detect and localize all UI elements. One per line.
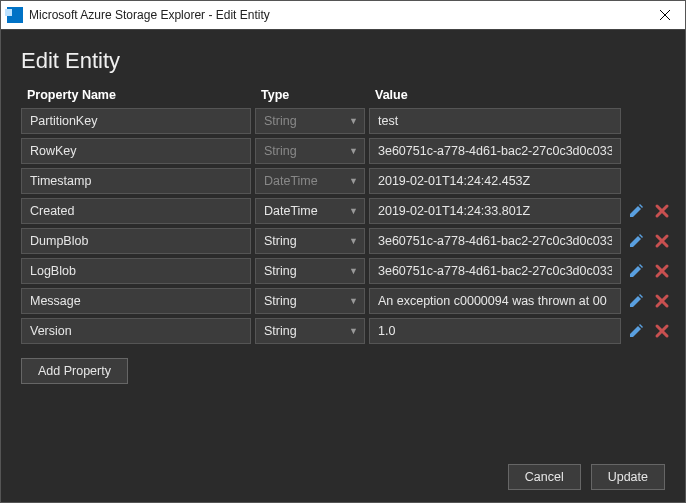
add-property-button[interactable]: Add Property (21, 358, 128, 384)
delete-icon[interactable] (651, 200, 673, 222)
type-select[interactable]: DateTime▼ (255, 198, 365, 224)
update-button[interactable]: Update (591, 464, 665, 490)
table-row: CreatedDateTime▼ (21, 198, 665, 224)
type-select[interactable]: String▼ (255, 228, 365, 254)
chevron-down-icon: ▼ (349, 326, 358, 336)
property-name: Message (21, 288, 251, 314)
grid-header: Property Name Type Value (21, 88, 665, 102)
value-input[interactable] (369, 198, 621, 224)
value-input[interactable] (369, 318, 621, 344)
delete-icon[interactable] (651, 320, 673, 342)
titlebar: Microsoft Azure Storage Explorer - Edit … (1, 1, 685, 30)
table-row: TimestampDateTime▼ (21, 168, 665, 194)
chevron-down-icon: ▼ (349, 146, 358, 156)
delete-icon[interactable] (651, 290, 673, 312)
property-name: RowKey (21, 138, 251, 164)
table-row: PartitionKeyString▼ (21, 108, 665, 134)
app-icon (7, 7, 23, 23)
col-name: Property Name (25, 88, 255, 102)
type-select[interactable]: String▼ (255, 288, 365, 314)
type-select[interactable]: String▼ (255, 318, 365, 344)
window-title: Microsoft Azure Storage Explorer - Edit … (29, 8, 645, 22)
edit-icon[interactable] (625, 290, 647, 312)
value-input[interactable] (369, 228, 621, 254)
table-row: VersionString▼ (21, 318, 665, 344)
chevron-down-icon: ▼ (349, 176, 358, 186)
property-name: Version (21, 318, 251, 344)
value-input[interactable] (369, 168, 621, 194)
edit-icon[interactable] (625, 200, 647, 222)
table-row: LogBlobString▼ (21, 258, 665, 284)
delete-icon[interactable] (651, 260, 673, 282)
property-name: DumpBlob (21, 228, 251, 254)
property-name: LogBlob (21, 258, 251, 284)
table-row: RowKeyString▼ (21, 138, 665, 164)
chevron-down-icon: ▼ (349, 296, 358, 306)
chevron-down-icon: ▼ (349, 116, 358, 126)
type-select[interactable]: String▼ (255, 258, 365, 284)
table-row: DumpBlobString▼ (21, 228, 665, 254)
edit-icon[interactable] (625, 260, 647, 282)
edit-icon[interactable] (625, 320, 647, 342)
chevron-down-icon: ▼ (349, 236, 358, 246)
table-row: MessageString▼ (21, 288, 665, 314)
property-name: Created (21, 198, 251, 224)
edit-icon[interactable] (625, 230, 647, 252)
value-input[interactable] (369, 108, 621, 134)
cancel-button[interactable]: Cancel (508, 464, 581, 490)
value-input[interactable] (369, 258, 621, 284)
value-input[interactable] (369, 138, 621, 164)
property-name: PartitionKey (21, 108, 251, 134)
chevron-down-icon: ▼ (349, 266, 358, 276)
col-value: Value (373, 88, 625, 102)
type-select: String▼ (255, 138, 365, 164)
type-select: DateTime▼ (255, 168, 365, 194)
close-icon[interactable] (645, 1, 685, 30)
property-name: Timestamp (21, 168, 251, 194)
delete-icon[interactable] (651, 230, 673, 252)
col-type: Type (259, 88, 369, 102)
page-title: Edit Entity (21, 48, 665, 74)
value-input[interactable] (369, 288, 621, 314)
type-select: String▼ (255, 108, 365, 134)
chevron-down-icon: ▼ (349, 206, 358, 216)
